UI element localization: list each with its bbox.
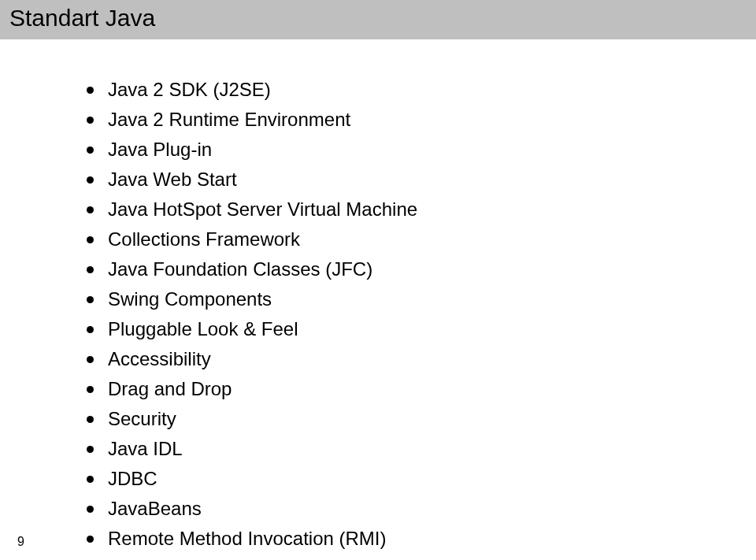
- list-item-label: Java HotSpot Server Virtual Machine: [108, 198, 417, 221]
- bullet-icon: [87, 476, 94, 483]
- bullet-icon: [87, 117, 94, 124]
- list-item: Pluggable Look & Feel: [87, 318, 756, 340]
- list-item: Remote Method Invocation (RMI): [87, 528, 756, 550]
- list-item-label: Remote Method Invocation (RMI): [108, 528, 386, 550]
- bullet-icon: [87, 326, 94, 333]
- list-item: Java 2 Runtime Environment: [87, 109, 756, 131]
- list-item: Java Web Start: [87, 169, 756, 191]
- bullet-icon: [87, 206, 94, 213]
- bullet-icon: [87, 386, 94, 393]
- list-item: Accessibility: [87, 348, 756, 370]
- list-item: JavaBeans: [87, 498, 756, 520]
- bullet-icon: [87, 356, 94, 363]
- bullet-icon: [87, 536, 94, 543]
- list-item: Collections Framework: [87, 228, 756, 250]
- bullet-icon: [87, 506, 94, 513]
- list-item-label: Java 2 Runtime Environment: [108, 109, 350, 131]
- list-item-label: JDBC: [108, 468, 158, 490]
- bullet-icon: [87, 446, 94, 453]
- bullet-icon: [87, 146, 94, 154]
- list-item-label: Java IDL: [108, 438, 183, 460]
- bullet-icon: [87, 416, 94, 423]
- list-item-label: Collections Framework: [108, 228, 300, 250]
- list-item: Java 2 SDK (J2SE): [87, 79, 756, 101]
- list-item: Security: [87, 408, 756, 430]
- slide-title: Standart Java: [9, 5, 747, 32]
- page-number: 9: [17, 535, 24, 549]
- list-item: Swing Components: [87, 288, 756, 310]
- list-item-label: Java Foundation Classes (JFC): [108, 258, 372, 280]
- list-item: Java Plug-in: [87, 139, 756, 161]
- list-item: Java HotSpot Server Virtual Machine: [87, 198, 756, 221]
- bullet-icon: [87, 236, 94, 243]
- list-item-label: Java Web Start: [108, 169, 237, 191]
- bullet-icon: [87, 266, 94, 273]
- list-item-label: Pluggable Look & Feel: [108, 318, 298, 340]
- list-item-label: Security: [108, 408, 176, 430]
- list-item-label: JavaBeans: [108, 498, 202, 520]
- list-item: Drag and Drop: [87, 378, 756, 400]
- bullet-list: Java 2 SDK (J2SE) Java 2 Runtime Environ…: [87, 79, 756, 560]
- list-item-label: Java 2 SDK (J2SE): [108, 79, 271, 101]
- list-item-label: Drag and Drop: [108, 378, 232, 400]
- list-item-label: Swing Components: [108, 288, 272, 310]
- list-item: Java IDL: [87, 438, 756, 460]
- list-item-label: Accessibility: [108, 348, 211, 370]
- list-item-label: Java Plug-in: [108, 139, 212, 161]
- bullet-icon: [87, 296, 94, 303]
- list-item: Java Foundation Classes (JFC): [87, 258, 756, 280]
- bullet-icon: [87, 176, 94, 184]
- content-area: Java 2 SDK (J2SE) Java 2 Runtime Environ…: [0, 39, 756, 560]
- bullet-icon: [87, 87, 94, 94]
- list-item: JDBC: [87, 468, 756, 490]
- title-bar: Standart Java: [0, 0, 756, 39]
